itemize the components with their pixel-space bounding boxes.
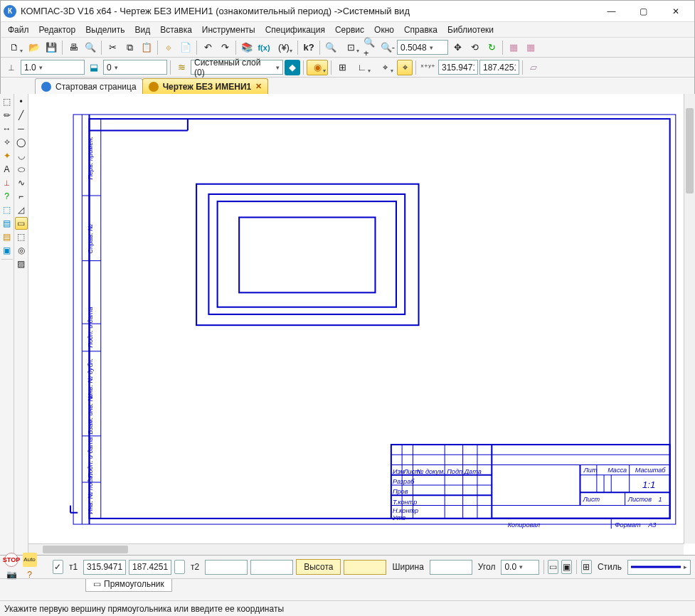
text-panel[interactable]: A — [1, 163, 14, 176]
misc-button[interactable]: ▱ — [526, 60, 541, 75]
rectangle-tool[interactable]: ▭ — [15, 217, 28, 230]
p2-x-input[interactable] — [205, 560, 248, 575]
props-button[interactable]: 📄 — [178, 40, 193, 55]
open-button[interactable]: 📂 — [26, 40, 42, 55]
spec-panel[interactable]: ▤ — [1, 217, 14, 230]
stop-icon[interactable]: STOP — [4, 553, 18, 567]
line-tool[interactable]: ─ — [15, 122, 28, 135]
scale-combo[interactable]: 1.0▾ — [21, 60, 85, 75]
tab-close-icon[interactable]: ✕ — [255, 82, 262, 91]
coord-x-input[interactable] — [438, 60, 478, 75]
frame2-button[interactable]: ▦ — [523, 40, 539, 55]
select-tool[interactable]: ⬚ — [1, 95, 14, 108]
measure-panel[interactable]: ? — [1, 190, 14, 203]
v-scrollbar[interactable] — [684, 94, 695, 543]
menu-edit[interactable]: Редактор — [35, 23, 80, 36]
grid-button[interactable]: ⊞ — [581, 560, 592, 574]
panel-tab-rect[interactable]: ▭Прямоугольник — [85, 579, 172, 592]
save-button[interactable]: 💾 — [43, 40, 59, 55]
p2-y-input[interactable] — [250, 560, 293, 575]
snap-ortho-button[interactable]: ∟ — [351, 60, 373, 75]
library-button[interactable]: 📚 — [239, 40, 255, 55]
redraw-button[interactable]: ↻ — [484, 40, 499, 55]
h-scrollbar[interactable] — [28, 543, 684, 555]
undo-button[interactable]: ↶ — [200, 40, 216, 55]
menu-file[interactable]: Файл — [4, 23, 33, 36]
circle-tool[interactable]: ◯ — [15, 136, 28, 149]
state-combo[interactable]: 0▾ — [103, 60, 167, 75]
frame-button[interactable]: ▦ — [506, 40, 521, 55]
arc-tool[interactable]: ◡ — [15, 149, 28, 162]
height-input[interactable] — [344, 560, 386, 575]
close-button[interactable]: ✕ — [659, 1, 691, 21]
coord-y-input[interactable] — [479, 60, 519, 75]
print-button[interactable]: 🖶 — [65, 40, 81, 55]
chamfer-tool[interactable]: ◿ — [15, 203, 28, 216]
p2-check[interactable] — [174, 560, 185, 574]
collect-tool[interactable]: ⬚ — [15, 230, 28, 243]
equidistant-tool[interactable]: ◎ — [15, 244, 28, 257]
marks-panel[interactable]: ✧ — [1, 136, 14, 149]
preview-button[interactable]: 🔍 — [83, 40, 98, 55]
vars-button[interactable]: (¥) — [273, 40, 295, 55]
zoom-prev-button[interactable]: ⟲ — [467, 40, 482, 55]
redo-button[interactable]: ↷ — [217, 40, 233, 55]
axis-1-button[interactable]: ▭ — [548, 560, 558, 574]
tab-drawing[interactable]: Чертеж БЕЗ ИМЕНИ1 ✕ — [142, 78, 269, 94]
menu-window[interactable]: Окно — [370, 23, 398, 36]
aux-line-tool[interactable]: ╱ — [15, 109, 28, 122]
menu-help[interactable]: Справка — [400, 23, 442, 36]
edit-panel[interactable]: ✦ — [1, 149, 14, 162]
menu-spec[interactable]: Спецификация — [261, 23, 329, 36]
zoom-in-button[interactable]: 🔍+ — [363, 40, 378, 55]
zoom-window-button[interactable]: ⊡ — [340, 40, 361, 55]
zoom-combo[interactable]: 0.5048▾ — [397, 40, 448, 55]
layer-color-icon[interactable]: ◆ — [285, 60, 300, 75]
spline-tool[interactable]: ∿ — [15, 176, 28, 189]
drawing-canvas[interactable]: Изм Лист № докум. Подп Дата Разраб Пров … — [28, 94, 684, 543]
fx-button[interactable]: f(x) — [256, 40, 272, 55]
tab-start-page[interactable]: Стартовая страница — [35, 78, 143, 94]
fillet-tool[interactable]: ⌐ — [15, 190, 28, 203]
ellipse-tool[interactable]: ⬭ — [15, 163, 28, 176]
menu-tools[interactable]: Инструменты — [198, 23, 260, 36]
height-label[interactable]: Высота — [296, 559, 341, 575]
help-button[interactable]: k? — [301, 40, 317, 55]
new-button[interactable]: 🗋 — [4, 40, 25, 55]
report-panel[interactable]: ▤ — [1, 230, 14, 243]
menu-select[interactable]: Выделить — [81, 23, 129, 36]
menu-libs[interactable]: Библиотеки — [443, 23, 498, 36]
width-input[interactable] — [430, 560, 472, 575]
menu-service[interactable]: Сервис — [331, 23, 368, 36]
zoom-out-button[interactable]: 🔍- — [380, 40, 396, 55]
p1-check[interactable]: ✓ — [53, 560, 63, 574]
maximize-button[interactable]: ▢ — [627, 1, 659, 21]
insert-panel[interactable]: ▣ — [1, 244, 14, 257]
stop-button[interactable]: ◉ — [307, 60, 328, 75]
layers-icon[interactable]: ≋ — [174, 60, 189, 75]
layer-combo[interactable]: Системный слой (0)▾ — [191, 60, 283, 75]
cut-button[interactable]: ✂ — [105, 40, 120, 55]
copy-props-button[interactable]: ⟐ — [161, 40, 176, 55]
zoom-fit-button[interactable]: 🔍 — [323, 40, 339, 55]
point-tool[interactable]: • — [15, 95, 28, 108]
auto-icon[interactable]: Auto — [23, 553, 37, 567]
menu-view[interactable]: Вид — [131, 23, 155, 36]
param-panel[interactable]: ⟂ — [1, 176, 14, 189]
paste-button[interactable]: 📋 — [139, 40, 154, 55]
p1-y-input[interactable] — [129, 560, 171, 575]
snap-auto-button[interactable]: ⌖ — [397, 60, 413, 75]
angle-combo[interactable]: 0.0▾ — [501, 560, 539, 575]
menu-insert[interactable]: Вставка — [156, 23, 196, 36]
snap-grid-button[interactable]: ⊞ — [334, 60, 350, 75]
hatch-tool[interactable]: ▨ — [15, 257, 28, 270]
select2-panel[interactable]: ⬚ — [1, 203, 14, 216]
style-combo[interactable]: ▸ — [627, 560, 691, 575]
p1-x-input[interactable] — [83, 560, 126, 575]
minimize-button[interactable]: — — [595, 1, 627, 21]
axis-2-button[interactable]: ▣ — [561, 560, 572, 574]
dim-panel[interactable]: ↔ — [1, 122, 14, 135]
pan-button[interactable]: ✥ — [450, 40, 465, 55]
geometry-panel[interactable]: ✏ — [1, 109, 14, 122]
snap-button[interactable]: ⌖ — [374, 60, 396, 75]
